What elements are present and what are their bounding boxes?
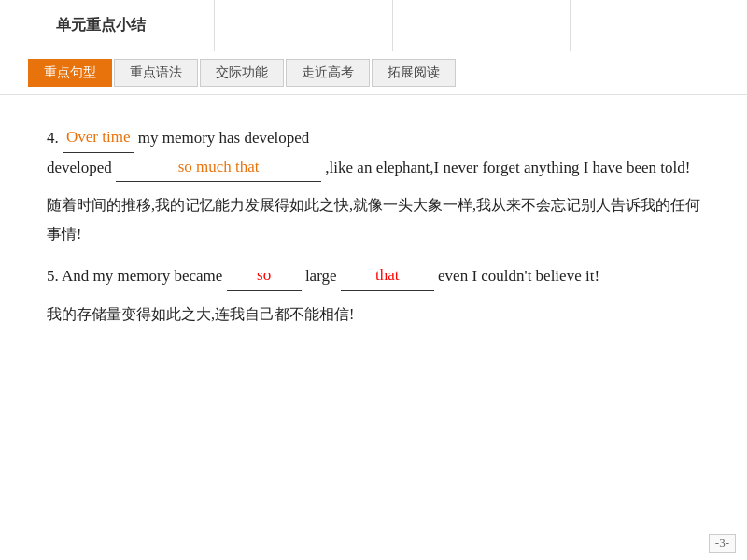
sentence-4-answer2: so much that bbox=[175, 158, 263, 175]
sentence-4-answer1: Over time bbox=[63, 128, 134, 146]
sentence-5-blank2: that bbox=[341, 261, 434, 291]
tab-bar: 重点句型 重点语法 交际功能 走近高考 拓展阅读 bbox=[0, 51, 747, 95]
header-cell-2 bbox=[215, 0, 392, 51]
sentence-4-mid1b: developed bbox=[47, 159, 116, 176]
tab-key-grammar[interactable]: 重点语法 bbox=[114, 59, 198, 87]
tab-key-sentences[interactable]: 重点句型 bbox=[28, 59, 112, 87]
tab-reading[interactable]: 拓展阅读 bbox=[372, 59, 456, 87]
sentence-4-num: 4. bbox=[47, 129, 59, 147]
header-title-cell: 单元重点小结 bbox=[0, 0, 215, 51]
sentence-4-blank2: so much that bbox=[116, 153, 321, 183]
sentence-5-answer1: so bbox=[257, 266, 271, 284]
sentence-4-mid1: my memory has developed bbox=[138, 129, 310, 147]
sentence-4-chinese: 随着时间的推移,我的记忆能力发展得如此之快,就像一头大象一样,我从来不会忘记别人… bbox=[47, 191, 700, 248]
sentence-5-blank1: so bbox=[227, 261, 302, 291]
sentence-5-chinese: 我的存储量变得如此之大,连我自己都不能相信! bbox=[47, 301, 700, 329]
sentence-5-answer2: that bbox=[375, 266, 400, 284]
page-number: -3- bbox=[709, 534, 736, 553]
tab-communication[interactable]: 交际功能 bbox=[200, 59, 284, 87]
sentence-4-mid2: ,like an elephant,I never forget anythin… bbox=[325, 159, 690, 176]
header-cell-4 bbox=[571, 0, 747, 51]
sentence-4-blank1: Over time bbox=[63, 123, 134, 153]
tab-gaokao[interactable]: 走近高考 bbox=[286, 59, 370, 87]
sentence-5-num: 5. bbox=[47, 267, 59, 285]
main-content: 4. Over time my memory has developed dev… bbox=[0, 95, 747, 347]
header: 单元重点小结 bbox=[0, 0, 747, 51]
page-title: 单元重点小结 bbox=[56, 16, 146, 35]
sentence-5-block: 5. And my memory became so large that ev… bbox=[47, 261, 700, 291]
sentence-4-block: 4. Over time my memory has developed dev… bbox=[47, 123, 700, 182]
sentence-5-mid: large bbox=[305, 267, 337, 285]
sentence-5-pre: And my memory became bbox=[62, 267, 222, 285]
header-cell-3 bbox=[393, 0, 571, 51]
sentence-5-post: even I couldn't believe it! bbox=[438, 267, 599, 285]
